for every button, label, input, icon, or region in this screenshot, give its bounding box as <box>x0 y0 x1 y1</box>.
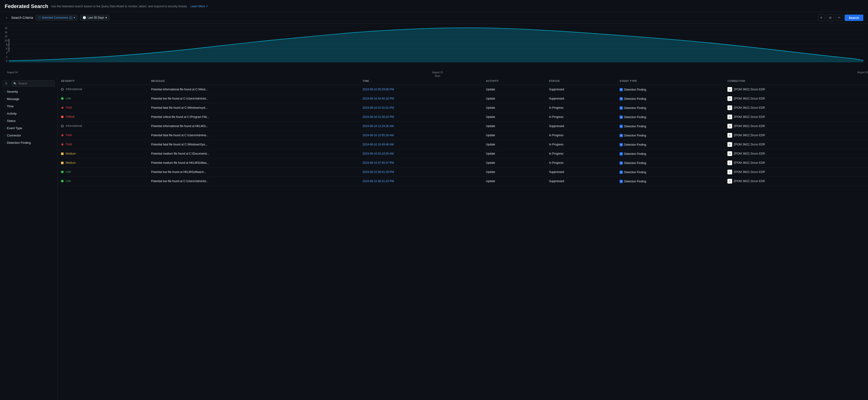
filter-header: ☰ 🔍 <box>0 79 58 88</box>
filter-chevron-icon: › <box>4 120 5 122</box>
cell-event-type: ✦ Detection Finding <box>616 168 724 177</box>
filter-item-connector[interactable]: › Connector <box>0 132 58 139</box>
cell-activity: Update <box>483 103 546 112</box>
learn-more-link[interactable]: Learn More ↗ <box>190 5 208 8</box>
criteria-expand-button[interactable]: › <box>5 15 9 20</box>
table-area[interactable]: SEVERITY MESSAGE TIME ↓ ACTIVITY STATUS … <box>58 77 868 400</box>
filter-item-severity[interactable]: › Severity <box>0 88 58 95</box>
cell-status: In Progress <box>546 103 616 112</box>
zoom-button[interactable]: ⊕ <box>827 14 834 21</box>
cell-time: 2024-08-16 01:51:01 PM <box>359 103 483 112</box>
cell-activity: Update <box>483 140 546 149</box>
cell-activity: Update <box>483 177 546 186</box>
clock-icon: 🕐 <box>83 16 86 19</box>
cell-message: Potential critical file found at C:\Prog… <box>148 112 359 122</box>
col-time[interactable]: TIME ↓ <box>359 77 483 85</box>
cell-severity: Low <box>58 168 148 177</box>
shield-icon: ✦ <box>620 152 623 156</box>
cell-connector: Z ZPOM 3M22 Zircon EDR <box>724 158 868 168</box>
cell-activity: Update <box>483 94 546 103</box>
cell-status: In Progress <box>546 112 616 122</box>
col-connector: CONNECTOR <box>724 77 868 85</box>
table-row[interactable]: Critical Potential critical file found a… <box>58 112 868 122</box>
time-chip[interactable]: 🕐 Last 30 Days ▾ <box>80 15 110 21</box>
cell-severity: ⚠ Medium <box>58 149 148 158</box>
connector-chip[interactable]: ⬡ Selected Connectors (1) ▾ <box>36 15 78 21</box>
y-tick-10: 10 <box>5 39 7 42</box>
x-label-aug16: August 16 <box>858 71 868 74</box>
cell-connector: Z ZPOM 3M22 Zircon EDR <box>724 103 868 112</box>
search-button[interactable]: Search <box>845 14 863 21</box>
table-row[interactable]: ✱ Fatal Potential fatal file found at C:… <box>58 140 868 149</box>
filter-item-message[interactable]: › Message <box>0 95 58 103</box>
table-row[interactable]: Informational Potential informational fi… <box>58 85 868 94</box>
table-row[interactable]: ✱ Fatal Potential fatal file found at C:… <box>58 103 868 112</box>
clear-button[interactable]: ✕ <box>818 14 825 21</box>
cell-activity: Update <box>483 122 546 131</box>
cell-connector: Z ZPOM 3M22 Zircon EDR <box>724 94 868 103</box>
toolbar: › Search Criteria ⬡ Selected Connectors … <box>0 12 868 24</box>
toolbar-left: › Search Criteria ⬡ Selected Connectors … <box>5 15 815 21</box>
y-tick-4: 4 <box>6 52 7 54</box>
table-body: Informational Potential informational fi… <box>58 85 868 186</box>
filter-item-time[interactable]: › Time <box>0 103 58 110</box>
filter-chevron-icon: › <box>4 134 5 137</box>
table-row[interactable]: ⚠ Medium Potential medium file found at … <box>58 149 868 158</box>
cell-event-type: ✦ Detection Finding <box>616 140 724 149</box>
cell-message: Potential medium file found at C:\Docume… <box>148 149 359 158</box>
cell-connector: Z ZPOM 3M22 Zircon EDR <box>724 122 868 131</box>
cell-status: Suppressed <box>546 177 616 186</box>
filter-item-status[interactable]: › Status <box>0 117 58 125</box>
filter-toggle-button[interactable]: ☰ <box>3 81 10 86</box>
filter-item-event-type[interactable]: › Event Type <box>0 125 58 132</box>
connector-network-icon: ⬡ <box>38 16 40 19</box>
cell-message: Potential medium file found at HKLM\Soft… <box>148 158 359 168</box>
cell-activity: Update <box>483 112 546 122</box>
page-subtitle: Use this federated search based on the Q… <box>51 5 188 8</box>
cell-time: 2024-08-16 10:55:26 AM <box>359 131 483 140</box>
connector-logo: Z <box>727 124 732 129</box>
cell-message: Potential informational file found at HK… <box>148 122 359 131</box>
table-row[interactable]: Informational Potential informational fi… <box>58 122 868 131</box>
cell-connector: Z ZPOM 3M22 Zircon EDR <box>724 112 868 122</box>
cell-severity: ⚠ Medium <box>58 158 148 168</box>
shield-icon: ✦ <box>620 180 623 183</box>
connector-logo: Z <box>727 151 732 156</box>
edit-button[interactable]: ✏ <box>836 14 843 21</box>
table-row[interactable]: Low Potential low file found at C:\Users… <box>58 94 868 103</box>
filter-search-input[interactable] <box>11 80 55 87</box>
cell-severity: Informational <box>58 122 148 131</box>
cell-event-type: ✦ Detection Finding <box>616 131 724 140</box>
connector-logo: Z <box>727 105 732 110</box>
connector-logo: Z <box>727 133 732 138</box>
connector-logo: Z <box>727 179 732 184</box>
shield-icon: ✦ <box>620 134 623 137</box>
filter-item-activity[interactable]: › Activity <box>0 110 58 117</box>
cell-time: 2024-08-16 04:40:18 PM <box>359 94 483 103</box>
x-label-aug15: August 15 <box>432 71 443 74</box>
table-row[interactable]: ✱ Fatal Potential fatal file found at C:… <box>58 131 868 140</box>
table-row[interactable]: Low Potential low file found at C:\Users… <box>58 177 868 186</box>
y-tick-2: 2 <box>6 56 7 58</box>
cell-severity: Critical <box>58 112 148 122</box>
table-header-row: SEVERITY MESSAGE TIME ↓ ACTIVITY STATUS … <box>58 77 868 85</box>
cell-severity: Low <box>58 177 148 186</box>
main-content: ☰ 🔍 › Severity › Message › Time › Activi… <box>0 77 868 400</box>
table-row[interactable]: ⚠ Medium Potential medium file found at … <box>58 158 868 168</box>
cell-activity: Update <box>483 85 546 94</box>
filter-item-detection-finding[interactable]: › Detection Finding <box>0 139 58 146</box>
cell-activity: Update <box>483 158 546 168</box>
filter-chevron-icon: › <box>4 90 5 93</box>
col-status: STATUS <box>546 77 616 85</box>
y-tick-14: 14 <box>5 31 7 34</box>
connector-chevron-icon: ▾ <box>74 16 75 19</box>
shield-icon: ✦ <box>620 125 623 128</box>
filter-item-label: Event Type <box>7 126 22 130</box>
shield-icon: ✦ <box>620 143 623 146</box>
cell-message: Potential fatal file found at C:\Windows… <box>148 103 359 112</box>
cell-message: Potential low file found at HKLM\Softwar… <box>148 168 359 177</box>
table-row[interactable]: Low Potential low file found at HKLM\Sof… <box>58 168 868 177</box>
cell-time: 2024-08-16 02:18:35 AM <box>359 149 483 158</box>
toolbar-right: ✕ ⊕ ✏ Search <box>818 14 863 21</box>
search-filter-wrapper: 🔍 <box>11 80 55 87</box>
